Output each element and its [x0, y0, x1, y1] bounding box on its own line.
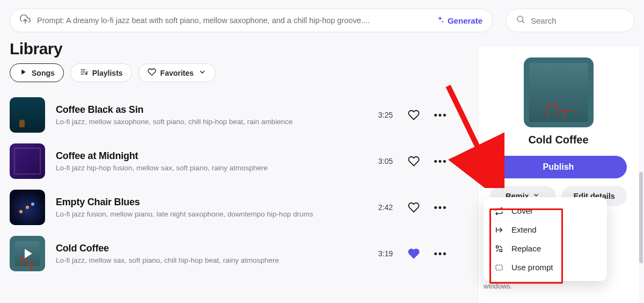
- track-duration: 3:25: [375, 111, 393, 119]
- tab-favorites[interactable]: Favorites: [138, 63, 216, 82]
- track-subtitle: Lo-fi jazz fusion, mellow piano, late ni…: [56, 210, 375, 218]
- track-title: Coffee Black as Sin: [56, 104, 375, 116]
- sparkle-icon: [436, 16, 444, 26]
- remix-menu-cover[interactable]: Cover: [487, 201, 604, 220]
- track-thumbnail[interactable]: [10, 236, 45, 271]
- tab-label: Playlists: [92, 69, 123, 77]
- playlist-icon: [79, 68, 88, 78]
- tab-label: Songs: [32, 69, 55, 77]
- track-row[interactable]: Coffee Black as Sin Lo-fi jazz, mellow s…: [6, 92, 455, 138]
- track-duration: 3:05: [375, 157, 393, 165]
- track-subtitle: Lo-fi jazz, mellow saxophone, soft piano…: [56, 118, 375, 126]
- play-icon: [19, 68, 27, 78]
- upload-cloud-icon: [20, 14, 31, 27]
- like-button[interactable]: [408, 109, 420, 121]
- track-row[interactable]: Empty Chair Blues Lo-fi jazz fusion, mel…: [6, 184, 455, 230]
- cutoff-text: windows.: [484, 282, 512, 290]
- track-list: Coffee Black as Sin Lo-fi jazz, mellow s…: [0, 92, 462, 277]
- replace-icon: [494, 244, 504, 253]
- track-thumbnail[interactable]: [10, 190, 45, 225]
- track-title: Cold Coffee: [56, 243, 375, 254]
- track-row[interactable]: Coffee at Midnight Lo-fi jazz hip-hop fu…: [6, 138, 455, 184]
- track-title: Empty Chair Blues: [56, 197, 375, 208]
- svg-line-1: [522, 21, 524, 23]
- detail-title: Cold Coffee: [490, 134, 627, 146]
- track-title: Coffee at Midnight: [56, 150, 375, 162]
- track-subtitle: Lo-fi jazz hip-hop fusion, mellow sax, s…: [56, 164, 375, 172]
- heart-icon: [148, 68, 156, 78]
- remix-menu-extend[interactable]: Extend: [487, 220, 604, 239]
- remix-menu-label: Replace: [511, 244, 541, 253]
- cover-icon: [494, 207, 504, 215]
- tab-songs[interactable]: Songs: [10, 63, 64, 82]
- prompt-text: Prompt: A dreamy lo-fi jazz beat with so…: [37, 16, 429, 25]
- detail-artwork[interactable]: [524, 57, 594, 127]
- generate-label: Generate: [448, 16, 482, 25]
- tab-playlists[interactable]: Playlists: [70, 63, 132, 82]
- extend-icon: [494, 226, 504, 234]
- like-button[interactable]: [408, 201, 420, 213]
- remix-menu-label: Extend: [511, 225, 537, 234]
- svg-point-0: [517, 16, 523, 22]
- remix-menu-replace[interactable]: Replace: [487, 239, 604, 258]
- prompt-input-pill[interactable]: Prompt: A dreamy lo-fi jazz beat with so…: [10, 9, 493, 32]
- remix-menu-label: Use prompt: [511, 263, 553, 272]
- track-thumbnail[interactable]: [10, 97, 45, 133]
- top-bar: Prompt: A dreamy lo-fi jazz beat with so…: [0, 0, 644, 38]
- prompt-icon: [494, 263, 504, 272]
- remix-menu: Cover Extend Replace Use prompt: [484, 197, 607, 281]
- search-icon: [516, 15, 525, 26]
- more-button[interactable]: •••: [435, 248, 447, 259]
- generate-button[interactable]: Generate: [436, 16, 482, 26]
- track-duration: 2:42: [375, 203, 393, 212]
- detail-panel: Cold Coffee Publish Remix Edit details C…: [478, 45, 639, 303]
- play-icon: [10, 236, 45, 271]
- like-button[interactable]: [408, 248, 420, 259]
- chevron-down-icon: [198, 68, 207, 78]
- scrollbar[interactable]: [639, 172, 643, 263]
- more-button[interactable]: •••: [435, 109, 447, 121]
- more-button[interactable]: •••: [435, 201, 447, 213]
- more-button[interactable]: •••: [435, 155, 447, 167]
- publish-button[interactable]: Publish: [490, 156, 627, 178]
- search-input[interactable]: [531, 16, 624, 25]
- track-duration: 3:19: [375, 249, 393, 258]
- search-pill[interactable]: [506, 9, 634, 32]
- track-row[interactable]: Cold Coffee Lo-fi jazz, mellow sax, soft…: [6, 230, 455, 277]
- remix-menu-use-prompt[interactable]: Use prompt: [487, 258, 604, 277]
- svg-rect-8: [496, 265, 502, 270]
- tab-label: Favorites: [160, 69, 194, 77]
- track-thumbnail[interactable]: [10, 143, 45, 179]
- like-button[interactable]: [408, 155, 420, 167]
- remix-menu-label: Cover: [511, 206, 533, 215]
- track-subtitle: Lo-fi jazz, mellow sax, soft piano, chil…: [56, 256, 375, 264]
